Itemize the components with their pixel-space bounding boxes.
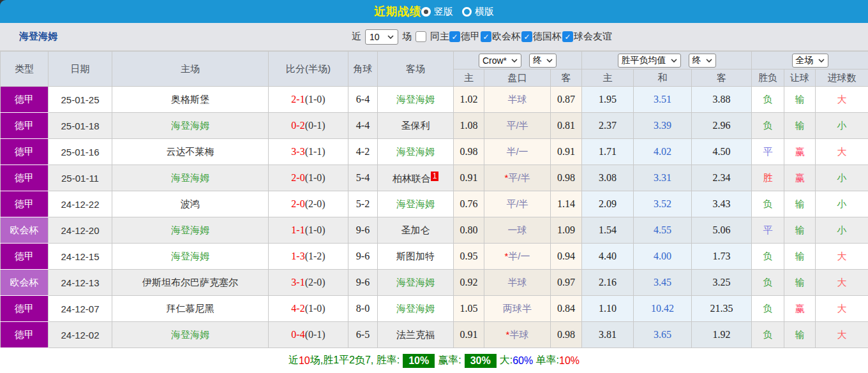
col-away: 客场 xyxy=(378,52,454,87)
match-date: 24-12-15 xyxy=(49,244,112,270)
col-score: 比分(半场) xyxy=(269,52,348,87)
avg-final-select[interactable]: 终 xyxy=(689,54,716,68)
crow-final-select[interactable]: 终 xyxy=(529,54,557,68)
handicap: *半/一 xyxy=(484,244,551,270)
away-team: 海登海姆 xyxy=(378,270,454,296)
match-row: 欧会杯24-12-13伊斯坦布尔巴萨克塞尔3-1(2-0)9-6海登海姆0.92… xyxy=(1,270,868,296)
result-handicap: 输 xyxy=(784,217,816,244)
scope-select[interactable]: 全场 xyxy=(792,54,828,68)
league-checkbox-label: 球会友谊 xyxy=(574,31,612,43)
match-score: 4-2(1-0) xyxy=(269,296,348,322)
col-home: 主场 xyxy=(112,52,269,87)
recent-results-table: 类型 日期 主场 比分(半场) 角球 客场 Crow* 终 xyxy=(0,51,868,348)
match-date: 24-12-07 xyxy=(49,296,112,322)
away-team: 圣保利 xyxy=(378,113,454,139)
result-handicap: 输 xyxy=(784,322,816,348)
crow-away-odds: 0.94 xyxy=(551,244,582,270)
league-checkbox-1[interactable]: ✓ xyxy=(449,31,460,42)
home-team: 海登海姆 xyxy=(112,217,269,244)
match-score: 2-1(1-0) xyxy=(269,87,348,113)
avg-away-odds: 3.25 xyxy=(692,270,752,296)
result-handicap: 输 xyxy=(784,113,816,139)
match-score: 0-2(0-1) xyxy=(269,113,348,139)
avg-home-odds: 1.95 xyxy=(582,87,634,113)
match-date: 25-01-11 xyxy=(49,165,112,191)
avg-draw-odds: 4.00 xyxy=(634,244,692,270)
avg-odds-value: 胜平负均值 xyxy=(622,55,666,66)
corner-score: 5-4 xyxy=(348,165,378,191)
vertical-radio[interactable] xyxy=(421,7,431,17)
crow-away-odds: 0.84 xyxy=(551,296,582,322)
match-row: 德甲25-01-11海登海姆2-0(1-0)5-4柏林联合10.91*平/半0.… xyxy=(1,165,868,191)
result-wl: 胜 xyxy=(752,165,784,191)
league-checkbox-4[interactable]: ✓ xyxy=(562,31,573,42)
chevron-down-icon xyxy=(706,59,712,62)
avg-home-odds: 4.40 xyxy=(582,244,634,270)
page-title: 近期战绩 xyxy=(374,4,421,19)
avg-odds-select[interactable]: 胜平负均值 xyxy=(618,54,681,68)
col-crow-home: 主 xyxy=(454,69,484,87)
home-team: 海登海姆 xyxy=(112,244,269,270)
result-goals: 大 xyxy=(816,87,868,113)
corner-score: 6-4 xyxy=(348,87,378,113)
chevron-down-icon xyxy=(511,59,518,62)
crow-home-odds: 0.98 xyxy=(454,139,484,165)
result-handicap: 输 xyxy=(784,191,816,217)
crow-final-value: 终 xyxy=(533,55,542,66)
match-row: 德甲24-12-07拜仁慕尼黑4-2(1-0)8-0海登海姆1.05两球半0.8… xyxy=(1,296,868,322)
same-home-away-checkbox[interactable] xyxy=(415,31,426,42)
games-count-select[interactable]: 10 xyxy=(365,29,398,45)
bookmaker-select-value: Crow* xyxy=(483,55,507,66)
home-team: 海登海姆 xyxy=(112,113,269,139)
match-row: 德甲25-01-18海登海姆0-2(0-1)4-4圣保利1.08平/半0.812… xyxy=(1,113,868,139)
crow-home-odds: 0.95 xyxy=(454,244,484,270)
vertical-radio-label[interactable]: 竖版 xyxy=(434,6,453,18)
filter-bar: 海登海姆 近 10 场 同主 ✓德甲✓欧会杯✓德国杯✓球会友谊 xyxy=(0,23,868,51)
summary-text: 场,胜1平2负7, 胜率: xyxy=(310,354,400,367)
match-score: 0-4(0-1) xyxy=(269,322,348,348)
avg-draw-odds: 3.45 xyxy=(634,270,692,296)
result-goals: 大 xyxy=(816,270,868,296)
chevron-down-icon xyxy=(818,59,825,62)
corner-score: 4-4 xyxy=(348,113,378,139)
avg-away-odds: 1.73 xyxy=(692,244,752,270)
avg-home-odds: 1.71 xyxy=(582,139,634,165)
handicap: 半球 xyxy=(484,270,551,296)
result-wl: 负 xyxy=(752,322,784,348)
games-count-value: 10 xyxy=(370,32,380,42)
horizontal-radio-label[interactable]: 横版 xyxy=(475,6,494,18)
avg-away-odds: 21.35 xyxy=(692,296,752,322)
league-badge: 德甲 xyxy=(1,87,49,113)
avg-draw-odds: 3.52 xyxy=(634,191,692,217)
corner-score: 5-2 xyxy=(348,191,378,217)
corner-score: 9-6 xyxy=(348,217,378,244)
summary-text: 赢率: xyxy=(438,354,461,367)
league-checkbox-3[interactable]: ✓ xyxy=(521,31,532,42)
league-checkbox-label: 德国杯 xyxy=(533,31,562,43)
handicap: *半球 xyxy=(484,322,551,348)
corner-score: 8-0 xyxy=(348,296,378,322)
away-team: 柏林联合1 xyxy=(378,165,454,191)
bookmaker-select[interactable]: Crow* xyxy=(479,54,521,68)
match-row: 欧会杯24-12-20海登海姆1-1(1-0)9-6圣加仑0.80一球1.091… xyxy=(1,217,868,244)
summary-text: 大: xyxy=(500,354,513,367)
result-handicap: 赢 xyxy=(784,296,816,322)
handicap: 两球半 xyxy=(484,296,551,322)
avg-away-odds: 2.96 xyxy=(692,113,752,139)
col-result-goals: 进球数 xyxy=(816,69,868,87)
horizontal-radio[interactable] xyxy=(462,7,472,17)
away-team: 海登海姆 xyxy=(378,296,454,322)
result-goals: 小 xyxy=(816,191,868,217)
league-checkbox-2[interactable]: ✓ xyxy=(481,31,491,42)
crow-away-odds: 1.14 xyxy=(551,191,582,217)
chevron-down-icon xyxy=(546,59,553,62)
match-row: 德甲25-01-25奥格斯堡2-1(1-0)6-4海登海姆1.02半球0.871… xyxy=(1,87,868,113)
home-team: 奥格斯堡 xyxy=(112,87,269,113)
same-home-away-label: 同主 xyxy=(430,31,449,43)
crow-away-odds: 0.98 xyxy=(551,165,582,191)
avg-draw-odds: 3.31 xyxy=(634,165,692,191)
crow-home-odds: 1.08 xyxy=(454,113,484,139)
handicap: 半/一 xyxy=(484,139,551,165)
filter-controls: 近 10 场 同主 ✓德甲✓欧会杯✓德国杯✓球会友谊 xyxy=(352,29,613,45)
crow-home-odds: 0.80 xyxy=(454,217,484,244)
